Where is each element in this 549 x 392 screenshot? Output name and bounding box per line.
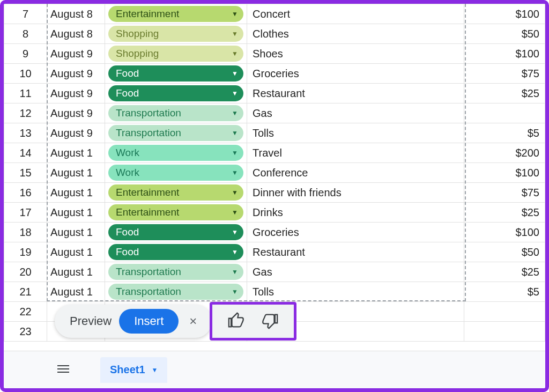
- row-header[interactable]: 19: [4, 242, 47, 262]
- category-chip[interactable]: Transportation▼: [108, 125, 243, 141]
- category-cell[interactable]: Food▼: [105, 223, 247, 242]
- description-cell[interactable]: Gas: [247, 103, 464, 123]
- category-cell[interactable]: Transportation▼: [105, 123, 247, 143]
- amount-cell[interactable]: [464, 103, 545, 123]
- category-cell[interactable]: Transportation▼: [105, 262, 247, 282]
- category-cell[interactable]: Shopping▼: [105, 44, 247, 64]
- empty-cell[interactable]: [464, 322, 545, 342]
- category-chip[interactable]: Transportation▼: [108, 284, 243, 300]
- amount-cell[interactable]: $50: [464, 242, 545, 262]
- row-header[interactable]: 16: [4, 183, 47, 203]
- date-cell[interactable]: August 1: [47, 203, 105, 223]
- row-header[interactable]: 13: [4, 123, 47, 143]
- amount-cell[interactable]: $5: [464, 123, 545, 143]
- amount-cell[interactable]: $25: [464, 203, 545, 223]
- category-chip[interactable]: Entertainment▼: [108, 184, 243, 201]
- category-cell[interactable]: Transportation▼: [105, 282, 247, 302]
- category-chip[interactable]: Transportation▼: [108, 105, 243, 121]
- category-chip[interactable]: Food▼: [108, 65, 243, 82]
- category-cell[interactable]: Transportation▼: [105, 103, 247, 123]
- date-cell[interactable]: August 8: [47, 24, 105, 44]
- chevron-down-icon[interactable]: ▼: [232, 189, 238, 196]
- amount-cell[interactable]: $25: [464, 262, 545, 282]
- date-cell[interactable]: August 1: [47, 262, 105, 282]
- date-cell[interactable]: August 1: [47, 143, 105, 163]
- chevron-down-icon[interactable]: ▼: [232, 228, 238, 236]
- sheet-tab-sheet1[interactable]: Sheet1 ▼: [100, 357, 167, 383]
- chevron-down-icon[interactable]: ▼: [232, 169, 238, 176]
- chevron-down-icon[interactable]: ▼: [152, 366, 158, 374]
- description-cell[interactable]: Restaurant: [247, 84, 464, 103]
- row-header[interactable]: 12: [4, 103, 47, 123]
- description-cell[interactable]: Tolls: [247, 123, 464, 143]
- category-chip[interactable]: Food▼: [108, 244, 243, 260]
- amount-cell[interactable]: $75: [464, 64, 545, 84]
- description-cell[interactable]: Travel: [247, 143, 464, 163]
- date-cell[interactable]: August 9: [47, 84, 105, 103]
- spreadsheet-grid[interactable]: 7August 8Entertainment▼Concert$1008Augus…: [4, 4, 545, 342]
- description-cell[interactable]: Groceries: [247, 223, 464, 242]
- amount-cell[interactable]: $100: [464, 4, 545, 24]
- description-cell[interactable]: Restaurant: [247, 242, 464, 262]
- category-chip[interactable]: Shopping▼: [108, 26, 243, 42]
- category-chip[interactable]: Work▼: [108, 145, 243, 161]
- date-cell[interactable]: August 1: [47, 282, 105, 302]
- row-header[interactable]: 23: [4, 322, 47, 342]
- amount-cell[interactable]: $100: [464, 223, 545, 242]
- description-cell[interactable]: Groceries: [247, 64, 464, 84]
- close-icon[interactable]: ×: [179, 314, 204, 329]
- category-cell[interactable]: Work▼: [105, 143, 247, 163]
- category-chip[interactable]: Food▼: [108, 85, 243, 101]
- row-header[interactable]: 7: [4, 4, 47, 24]
- category-cell[interactable]: Food▼: [105, 64, 247, 84]
- date-cell[interactable]: August 1: [47, 223, 105, 242]
- category-chip[interactable]: Transportation▼: [108, 264, 243, 280]
- row-header[interactable]: 18: [4, 223, 47, 242]
- category-chip[interactable]: Shopping▼: [108, 46, 243, 62]
- amount-cell[interactable]: $75: [464, 183, 545, 203]
- date-cell[interactable]: August 8: [47, 4, 105, 24]
- amount-cell[interactable]: $25: [464, 84, 545, 103]
- amount-cell[interactable]: $50: [464, 24, 545, 44]
- row-header[interactable]: 20: [4, 262, 47, 282]
- description-cell[interactable]: Clothes: [247, 24, 464, 44]
- category-cell[interactable]: Food▼: [105, 84, 247, 103]
- category-chip[interactable]: Work▼: [108, 165, 243, 181]
- chevron-down-icon[interactable]: ▼: [232, 30, 238, 38]
- category-cell[interactable]: Entertainment▼: [105, 4, 247, 24]
- category-cell[interactable]: Entertainment▼: [105, 183, 247, 203]
- description-cell[interactable]: Gas: [247, 262, 464, 282]
- thumbs-up-button[interactable]: [220, 312, 253, 331]
- amount-cell[interactable]: $100: [464, 44, 545, 64]
- category-chip[interactable]: Entertainment▼: [108, 204, 243, 220]
- category-chip[interactable]: Food▼: [108, 224, 243, 240]
- row-header[interactable]: 14: [4, 143, 47, 163]
- description-cell[interactable]: Concert: [247, 4, 464, 24]
- chevron-down-icon[interactable]: ▼: [232, 90, 238, 97]
- category-cell[interactable]: Shopping▼: [105, 24, 247, 44]
- description-cell[interactable]: Tolls: [247, 282, 464, 302]
- amount-cell[interactable]: $200: [464, 143, 545, 163]
- category-chip[interactable]: Entertainment▼: [108, 6, 243, 22]
- category-cell[interactable]: Food▼: [105, 242, 247, 262]
- description-cell[interactable]: Drinks: [247, 203, 464, 223]
- insert-button[interactable]: Insert: [119, 309, 179, 334]
- all-sheets-menu-icon[interactable]: [57, 363, 69, 375]
- chevron-down-icon[interactable]: ▼: [232, 209, 238, 216]
- amount-cell[interactable]: $5: [464, 282, 545, 302]
- thumbs-down-button[interactable]: [253, 312, 286, 331]
- row-header[interactable]: 21: [4, 282, 47, 302]
- category-cell[interactable]: Work▼: [105, 163, 247, 183]
- row-header[interactable]: 8: [4, 24, 47, 44]
- empty-cell[interactable]: [464, 302, 545, 322]
- chevron-down-icon[interactable]: ▼: [232, 70, 238, 77]
- chevron-down-icon[interactable]: ▼: [232, 50, 238, 57]
- chevron-down-icon[interactable]: ▼: [232, 129, 238, 137]
- date-cell[interactable]: August 9: [47, 64, 105, 84]
- amount-cell[interactable]: $100: [464, 163, 545, 183]
- row-header[interactable]: 9: [4, 44, 47, 64]
- chevron-down-icon[interactable]: ▼: [232, 288, 238, 295]
- description-cell[interactable]: Conference: [247, 163, 464, 183]
- chevron-down-icon[interactable]: ▼: [232, 149, 238, 157]
- row-header[interactable]: 11: [4, 84, 47, 103]
